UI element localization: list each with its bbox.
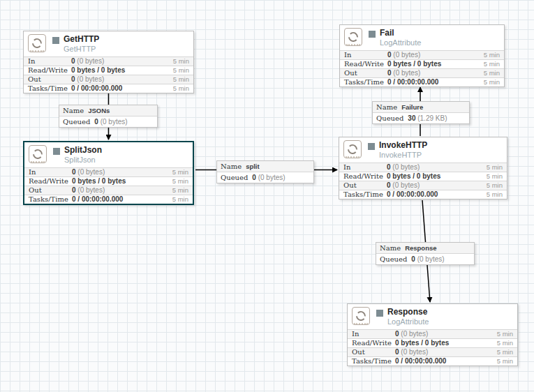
stat-label: Tasks/Time: [28, 84, 71, 93]
stat-value: 0 (0 bytes): [395, 330, 497, 338]
processor-type: SplitJson: [64, 156, 96, 164]
processor-type: LogAttribute: [387, 317, 429, 326]
connection-label-response[interactable]: Name Response Queued 0 (0 bytes): [376, 242, 475, 265]
run-status-stopped-icon: [53, 148, 60, 155]
stat-period: 5 min: [172, 168, 188, 176]
processor-stats: In0 (0 bytes)5 minRead/Write0 bytes / 0 …: [348, 329, 517, 365]
processor-invokehttp[interactable]: InvokeHTTP InvokeHTTP In0 (0 bytes)5 min…: [339, 137, 507, 199]
stat-period: 5 min: [172, 177, 188, 186]
connection-queued-value: 0 (0 bytes): [252, 174, 285, 181]
stat-row: Tasks/Time0 / 00:00:00.0005 min: [348, 356, 517, 365]
connection-label-failure[interactable]: Name Failure Queued 30 (1.29 KB): [372, 101, 470, 124]
stat-row: In0 (0 bytes)5 min: [340, 50, 504, 59]
connection-queued-value: 0 (0 bytes): [411, 255, 444, 263]
run-status-stopped-icon: [52, 37, 59, 44]
processor-name: GetHTTP: [64, 34, 99, 44]
stat-row: Tasks/Time0 / 00:00:00.0005 min: [339, 190, 507, 199]
stat-value: 0 bytes / 0 bytes: [71, 66, 173, 75]
stat-value: 0 / 00:00:00.000: [387, 190, 487, 199]
connection-queued-value: 0 (0 bytes): [94, 118, 127, 126]
processor-type: InvokeHTTP: [379, 151, 422, 159]
stat-period: 5 min: [484, 51, 500, 59]
stat-row: Out0 (0 bytes)5 min: [348, 347, 517, 356]
stat-row: In0 (0 bytes)5 min: [348, 329, 517, 338]
stat-value: 0 bytes / 0 bytes: [72, 177, 172, 186]
stat-period: 5 min: [487, 172, 503, 181]
stat-period: 5 min: [484, 69, 500, 77]
connection-name-value: Failure: [401, 103, 423, 111]
stat-label: In: [343, 163, 387, 172]
connection-queued-key: Queued: [221, 174, 248, 181]
processor-icon: [29, 145, 47, 163]
processor-stats: In0 (0 bytes)5 minRead/Write0 bytes / 0 …: [24, 56, 193, 93]
processor-name: Fail: [380, 28, 394, 38]
stat-value: 0 / 00:00:00.000: [71, 84, 173, 93]
stat-label: Tasks/Time: [344, 78, 387, 86]
stat-label: Read/Write: [344, 60, 387, 68]
processor-splitjson[interactable]: SplitJson SplitJson In0 (0 bytes)5 minRe…: [23, 141, 194, 205]
stat-value: 0 / 00:00:00.000: [72, 195, 172, 204]
stat-label: Out: [29, 186, 72, 195]
stat-value: 0 (0 bytes): [71, 57, 173, 66]
stat-label: Read/Write: [343, 172, 387, 181]
processor-icon: [343, 140, 362, 158]
stat-row: Read/Write0 bytes / 0 bytes5 min: [24, 176, 193, 186]
processor-icon: [28, 34, 46, 52]
processor-gethttp[interactable]: GetHTTP GetHTTP In0 (0 bytes)5 minRead/W…: [23, 31, 194, 93]
stat-label: Tasks/Time: [352, 357, 395, 365]
processor-stats: In0 (0 bytes)5 minRead/Write0 bytes / 0 …: [340, 50, 504, 86]
connection-name-key: Name: [380, 244, 401, 252]
stat-period: 5 min: [487, 181, 503, 190]
stat-row: In0 (0 bytes)5 min: [339, 163, 507, 172]
flow-canvas[interactable]: Name JSONs Queued 0 (0 bytes) Name Failu…: [0, 0, 534, 392]
stat-row: Tasks/Time0 / 00:00:00.0005 min: [340, 77, 504, 86]
processor-icon: [352, 307, 370, 325]
stat-row: Read/Write0 bytes / 0 bytes5 min: [339, 172, 507, 181]
stat-value: 0 (0 bytes): [72, 186, 172, 195]
stat-value: 0 bytes / 0 bytes: [387, 60, 484, 68]
stat-label: Tasks/Time: [29, 195, 72, 204]
stat-value: 0 (0 bytes): [395, 348, 497, 356]
stat-label: In: [344, 51, 387, 59]
stat-period: 5 min: [484, 60, 500, 68]
stat-value: 0 bytes / 0 bytes: [395, 339, 497, 347]
processor-name: Response: [387, 307, 427, 317]
connection-name-key: Name: [221, 163, 242, 170]
stat-period: 5 min: [173, 84, 189, 93]
stat-row: Out0 (0 bytes)5 min: [339, 181, 507, 190]
connection-queued-value: 30 (1.29 KB): [408, 114, 447, 122]
stat-period: 5 min: [173, 75, 189, 84]
stat-label: Out: [343, 181, 387, 190]
stat-value: 0 (0 bytes): [387, 51, 484, 59]
processor-stats: In0 (0 bytes)5 minRead/Write0 bytes / 0 …: [24, 167, 193, 204]
stat-label: Tasks/Time: [343, 190, 387, 199]
run-status-stopped-icon: [376, 310, 383, 317]
stat-label: Out: [344, 69, 387, 77]
connection-label-split[interactable]: Name split Queued 0 (0 bytes): [216, 160, 314, 183]
stat-label: In: [352, 330, 395, 338]
stat-period: 5 min: [173, 66, 189, 75]
connection-name-key: Name: [63, 107, 84, 114]
stat-period: 5 min: [497, 330, 513, 338]
stat-period: 5 min: [487, 163, 503, 172]
stat-period: 5 min: [173, 57, 189, 66]
stat-row: In0 (0 bytes)5 min: [24, 167, 193, 176]
connection-name-key: Name: [376, 103, 397, 111]
stat-value: 0 / 00:00:00.000: [395, 357, 497, 365]
stat-row: Read/Write0 bytes / 0 bytes5 min: [348, 338, 517, 347]
connection-name-value: split: [246, 163, 260, 170]
stat-row: Read/Write0 bytes / 0 bytes5 min: [340, 59, 504, 68]
stat-label: Read/Write: [352, 339, 395, 347]
stat-period: 5 min: [484, 78, 500, 86]
processor-stats: In0 (0 bytes)5 minRead/Write0 bytes / 0 …: [339, 163, 507, 199]
processor-type: GetHTTP: [64, 45, 96, 53]
connection-queued-key: Queued: [380, 255, 407, 263]
processor-fail[interactable]: Fail LogAttribute In0 (0 bytes)5 minRead…: [339, 24, 505, 87]
stat-row: Out0 (0 bytes)5 min: [340, 68, 504, 77]
processor-response[interactable]: Response LogAttribute In0 (0 bytes)5 min…: [347, 303, 518, 366]
stat-period: 5 min: [497, 357, 513, 365]
stat-value: 0 / 00:00:00.000: [387, 78, 484, 86]
run-status-stopped-icon: [368, 143, 375, 150]
connection-label-jsons[interactable]: Name JSONs Queued 0 (0 bytes): [59, 105, 158, 128]
stat-label: In: [28, 57, 71, 66]
